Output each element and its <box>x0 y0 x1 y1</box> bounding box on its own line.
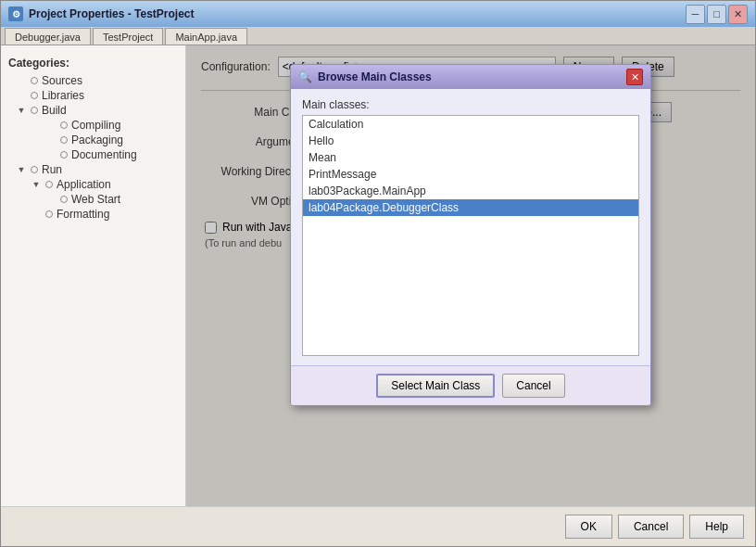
expand-icon <box>16 75 27 86</box>
sidebar-item-formatting[interactable]: Formatting <box>1 207 185 222</box>
sidebar-item-documenting[interactable]: Documenting <box>1 147 185 162</box>
sidebar-item-application[interactable]: ▼ Application <box>1 177 185 192</box>
ok-button[interactable]: OK <box>565 515 612 539</box>
modal-cancel-button[interactable]: Cancel <box>502 374 564 398</box>
sidebar-item-packaging[interactable]: Packaging <box>1 133 185 147</box>
sidebar-item-build[interactable]: ▼ Build <box>1 103 185 118</box>
classes-section-label: Main classes: <box>302 98 639 111</box>
sidebar-label-formatting: Formatting <box>55 208 109 221</box>
class-item-calculation[interactable]: Calculation <box>303 116 638 133</box>
cancel-button[interactable]: Cancel <box>618 515 684 539</box>
expand-icon <box>45 194 57 205</box>
window-controls: ─ □ ✕ <box>686 5 748 24</box>
circle-icon <box>31 92 38 99</box>
class-item-hello[interactable]: Hello <box>303 133 638 149</box>
modal-footer: Select Main Class Cancel <box>291 365 650 405</box>
expand-icon <box>45 134 57 146</box>
circle-icon <box>31 107 38 114</box>
expand-icon: ▼ <box>31 179 42 190</box>
modal-title-bar: 🔍 Browse Main Classes ✕ <box>291 65 650 89</box>
modal-icon: 🔍 <box>298 70 312 83</box>
circle-icon <box>45 210 53 218</box>
bottom-bar: OK Cancel Help <box>1 506 755 546</box>
tab-testproject[interactable]: TestProject <box>93 28 163 45</box>
sidebar-label-run: Run <box>40 163 62 176</box>
class-item-printmessage[interactable]: PrintMessage <box>303 166 638 183</box>
circle-icon <box>60 121 68 129</box>
sidebar-label-packaging: Packaging <box>69 134 123 146</box>
help-button[interactable]: Help <box>689 515 744 539</box>
sidebar-item-run[interactable]: ▼ Run <box>1 162 185 177</box>
tab-debugger[interactable]: Debugger.java <box>5 28 91 45</box>
circle-icon <box>45 181 53 188</box>
select-main-class-button[interactable]: Select Main Class <box>376 374 495 398</box>
sidebar-item-webstart[interactable]: Web Start <box>1 192 185 207</box>
circle-icon <box>31 166 38 173</box>
sidebar-item-libraries[interactable]: Libraries <box>1 88 185 103</box>
modal-body: Main classes: Calculation Hello Mean Pri… <box>291 89 650 365</box>
content-panel: Configuration: <default config> ▼ New...… <box>186 45 755 506</box>
expand-icon <box>16 90 27 101</box>
modal-overlay: 🔍 Browse Main Classes ✕ Main classes: Ca… <box>186 45 755 506</box>
class-item-lab03mainapp[interactable]: lab03Package.MainApp <box>303 183 638 199</box>
expand-icon: ▼ <box>16 164 27 175</box>
circle-icon <box>60 196 68 203</box>
circle-icon <box>60 151 68 159</box>
circle-icon <box>31 77 38 84</box>
window-icon: ⚙ <box>8 6 23 21</box>
browse-dialog: 🔍 Browse Main Classes ✕ Main classes: Ca… <box>290 64 651 406</box>
circle-icon <box>60 136 68 144</box>
sidebar-label-compiling: Compiling <box>69 119 120 132</box>
main-window: ⚙ Project Properties - TestProject ─ □ ✕… <box>0 0 756 547</box>
sidebar-item-sources[interactable]: Sources <box>1 73 185 88</box>
title-bar: ⚙ Project Properties - TestProject ─ □ ✕ <box>1 1 755 27</box>
sidebar-label-webstart: Web Start <box>69 193 120 206</box>
class-item-lab04debugger[interactable]: lab04Package.DebuggerClass <box>303 199 638 216</box>
sidebar-label-build: Build <box>40 104 67 117</box>
classes-list[interactable]: Calculation Hello Mean PrintMessage lab0… <box>302 115 639 356</box>
tab-mainapp[interactable]: MainApp.java <box>165 28 247 45</box>
tab-bar: Debugger.java TestProject MainApp.java <box>1 27 755 45</box>
modal-title: Browse Main Classes <box>318 70 621 83</box>
sidebar-item-compiling[interactable]: Compiling <box>1 118 185 133</box>
sidebar-label-libraries: Libraries <box>40 89 84 102</box>
modal-close-button[interactable]: ✕ <box>626 69 643 85</box>
minimize-button[interactable]: ─ <box>686 5 705 24</box>
main-content: Categories: Sources Libraries ▼ Build <box>1 45 755 506</box>
sidebar-header: Categories: <box>1 53 185 73</box>
expand-icon: ▼ <box>16 105 27 116</box>
sidebar: Categories: Sources Libraries ▼ Build <box>1 45 186 506</box>
expand-icon <box>31 209 42 220</box>
sidebar-label-documenting: Documenting <box>69 148 137 161</box>
sidebar-label-sources: Sources <box>40 74 82 87</box>
window-title: Project Properties - TestProject <box>29 7 680 20</box>
expand-icon <box>45 120 57 131</box>
maximize-button[interactable]: □ <box>707 5 726 24</box>
class-item-mean[interactable]: Mean <box>303 149 638 166</box>
close-button[interactable]: ✕ <box>728 5 748 24</box>
sidebar-label-application: Application <box>55 178 111 191</box>
expand-icon <box>45 149 57 160</box>
